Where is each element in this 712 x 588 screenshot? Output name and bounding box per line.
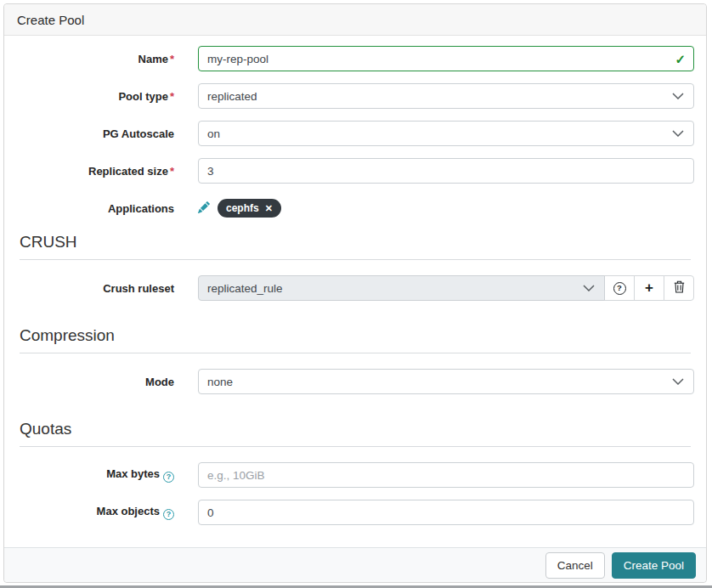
max-objects-row: Max objects? (16, 500, 694, 525)
mode-row: Mode none (16, 369, 694, 394)
name-control: ✓ (198, 46, 694, 71)
crush-rule-info-button[interactable]: ? (604, 275, 635, 301)
name-row: Name* ✓ (16, 46, 694, 71)
delete-crush-rule-button[interactable] (664, 275, 694, 301)
section-title-compression: Compression (20, 326, 691, 353)
pg-autoscale-label: PG Autoscale (16, 127, 174, 140)
pg-autoscale-row: PG Autoscale on (16, 121, 694, 146)
max-bytes-input[interactable] (198, 462, 694, 488)
pg-autoscale-select[interactable]: on (198, 121, 694, 146)
max-objects-label: Max objects? (16, 505, 174, 520)
crush-ruleset-control: replicated_rule ? + (198, 275, 694, 301)
max-objects-input[interactable] (198, 500, 694, 525)
edit-applications-button[interactable] (198, 201, 210, 216)
help-icon[interactable]: ? (163, 509, 174, 520)
pool-type-select[interactable]: replicated (198, 83, 694, 109)
remove-tag-icon[interactable]: ✕ (265, 204, 273, 213)
trash-icon (674, 280, 685, 296)
pool-type-label: Pool type* (16, 90, 174, 103)
cancel-button[interactable]: Cancel (545, 552, 605, 579)
max-bytes-control (198, 462, 694, 488)
pencil-icon (198, 201, 210, 216)
required-asterisk: * (170, 53, 174, 65)
pg-autoscale-control: on (198, 121, 694, 146)
create-pool-button[interactable]: Create Pool (612, 552, 696, 579)
application-tag-badge: cephfs ✕ (218, 199, 281, 218)
crush-ruleset-select-wrap: replicated_rule (198, 275, 605, 301)
crush-ruleset-row: Crush ruleset replicated_rule ? (16, 275, 694, 301)
replicated-size-control (198, 158, 694, 184)
crush-ruleset-input-group: replicated_rule ? + (198, 275, 694, 301)
max-bytes-label: Max bytes? (16, 467, 174, 483)
required-asterisk: * (170, 90, 174, 103)
applications-label: Applications (16, 202, 174, 215)
applications-control: cephfs ✕ (198, 199, 694, 218)
name-input[interactable] (198, 46, 694, 71)
mode-select[interactable]: none (198, 369, 694, 394)
replicated-size-label: Replicated size* (16, 165, 174, 178)
applications-row: Applications cephfs ✕ (16, 195, 694, 221)
replicated-size-row: Replicated size* (16, 158, 694, 184)
max-objects-control (198, 500, 694, 525)
mode-label: Mode (16, 376, 174, 388)
dialog-header: Create Pool (4, 4, 706, 36)
required-asterisk: * (170, 165, 174, 178)
create-pool-dialog: Create Pool Name* ✓ Pool type* replicate… (3, 3, 707, 583)
section-title-quotas: Quotas (20, 420, 691, 447)
replicated-size-input[interactable] (198, 158, 694, 184)
pool-type-control: replicated (198, 83, 694, 109)
max-bytes-row: Max bytes? (16, 462, 694, 488)
help-icon[interactable]: ? (163, 472, 174, 483)
create-pool-form: Name* ✓ Pool type* replicated (4, 36, 706, 525)
question-circle-icon: ? (613, 282, 626, 295)
dialog-footer: Cancel Create Pool (4, 547, 706, 582)
crush-ruleset-select[interactable]: replicated_rule (198, 275, 605, 301)
name-label: Name* (16, 53, 174, 65)
crush-ruleset-label: Crush ruleset (16, 282, 174, 295)
tag-label: cephfs (226, 202, 259, 214)
plus-icon: + (645, 280, 653, 295)
add-crush-rule-button[interactable]: + (634, 275, 664, 301)
pool-type-row: Pool type* replicated (16, 83, 694, 109)
mode-control: none (198, 369, 694, 394)
section-title-crush: CRUSH (20, 233, 691, 260)
page-title: Create Pool (17, 13, 84, 27)
